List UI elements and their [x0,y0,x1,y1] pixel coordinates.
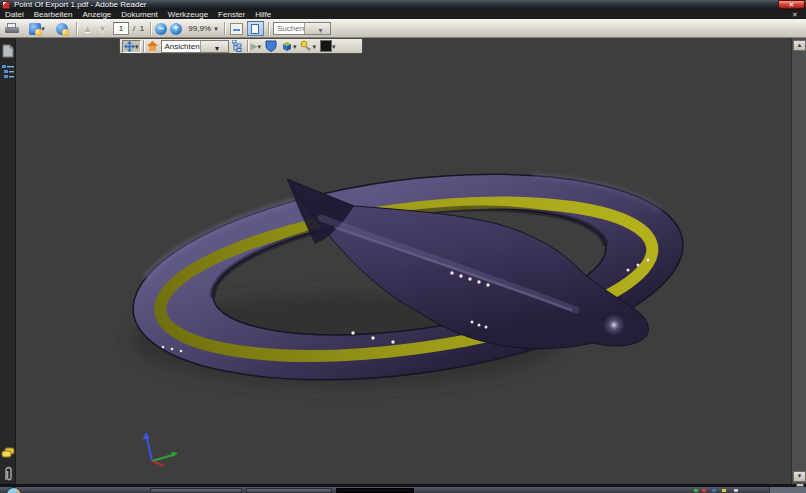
tray-icon[interactable] [722,489,726,492]
print-button[interactable] [3,21,21,36]
projection-button[interactable] [264,40,278,53]
background-color-button[interactable]: ▾ [319,40,337,53]
toolbar-separator [150,22,151,35]
page-number-input[interactable]: 1 [113,22,129,35]
render-mode-button[interactable]: ▾ [280,40,298,53]
window-close-button[interactable]: ✕ [778,0,805,9]
zoom-out-button[interactable]: − [154,21,168,36]
taskbar-clock-area[interactable] [769,487,806,493]
play-icon: ▶ [251,40,258,53]
fit-page-button[interactable] [246,21,264,36]
fit-page-icon [247,21,264,36]
next-page-button[interactable]: ▼ [95,21,110,36]
rotate-tool-button[interactable]: ▾ [122,40,141,53]
previous-page-button[interactable]: ▲ [80,21,95,36]
zoom-level-value[interactable]: 99,9% [185,21,211,36]
views-dropdown-value: Ansichten [162,42,200,51]
model-tree-button[interactable] [231,40,245,53]
menu-hilfe[interactable]: Hilfe [250,10,276,19]
toolbar-separator [143,40,144,52]
print-icon [5,23,19,34]
create-pdf-icon [29,23,41,35]
lighting-icon [300,40,312,52]
pages-panel-icon[interactable] [2,44,14,58]
tray-icon[interactable] [734,489,738,492]
toolbar-separator [268,22,269,35]
zoom-out-icon: − [155,23,167,35]
vertical-scrollbar[interactable]: ▲ ▼ [791,38,806,484]
page-next-icon: ▼ [98,24,107,34]
lighting-button[interactable]: ▾ [299,40,317,53]
fit-width-button[interactable] [228,21,245,36]
tray-icon[interactable] [694,489,698,492]
toolbar-separator [224,22,225,35]
collaborate-icon [56,23,68,35]
play-caret-icon[interactable]: ▾ [257,39,261,54]
default-view-button[interactable] [146,40,159,53]
model-tree-icon [232,40,244,52]
menu-bearbeiten[interactable]: Bearbeiten [29,10,78,19]
taskbar-button[interactable] [246,488,332,493]
main-toolbar: ▾ ▲ ▼ 1 / 1 − + 99,9% ▾ [0,19,806,38]
menu-werkzeuge[interactable]: Werkzeuge [163,10,213,19]
scroll-down-button[interactable]: ▼ [793,471,806,482]
navigation-panel [0,38,16,484]
views-dropdown[interactable]: Ansichten ▾ [161,40,229,53]
page-previous-icon: ▲ [83,24,92,34]
rotate-tool-icon [124,41,135,52]
taskbar-button[interactable] [150,488,242,493]
tray-icon[interactable] [702,489,706,492]
render-mode-icon [281,40,293,52]
search-text: Suchen [274,24,304,33]
adobe-reader-window: Point Of Export 1.pdf - Adobe Reader ✕ D… [0,0,806,493]
document-close-button[interactable]: ✕ [790,10,800,19]
scroll-up-button[interactable]: ▲ [793,40,806,51]
play-animation-button[interactable]: ▶ ▾ [250,40,262,53]
titlebar: Point Of Export 1.pdf - Adobe Reader ✕ [0,0,806,10]
toolbar-separator [247,40,248,52]
menu-fenster[interactable]: Fenster [213,10,250,19]
projection-icon [265,40,277,52]
attachments-panel-icon[interactable] [3,466,14,483]
menu-dokument[interactable]: Dokument [116,10,162,19]
taskbar [0,487,806,493]
adobe-reader-icon [2,1,10,9]
home-view-icon [147,41,158,51]
page-separator-label: / [131,21,137,36]
fit-width-icon [230,23,243,35]
model-tree-panel-icon[interactable] [2,64,14,78]
taskbar-browser-icon[interactable] [6,487,22,493]
page-total-label: 1 [138,21,146,36]
background-color-icon [320,40,332,52]
zoom-in-icon: + [170,23,182,35]
menubar: Datei Bearbeiten Anzeige Dokument Werkze… [0,10,806,19]
search-input[interactable]: Suchen ▾ [273,22,331,35]
collaborate-button[interactable] [54,21,70,36]
3d-toolbar: ▾ Ansichten ▾ ▶ ▾ [119,38,363,54]
zoom-in-button[interactable]: + [169,21,183,36]
axis-triad-icon [143,433,179,466]
search-caret-icon[interactable]: ▾ [304,23,330,34]
menu-datei[interactable]: Datei [0,10,29,19]
menu-anzeige[interactable]: Anzeige [77,10,116,19]
zoom-caret-icon[interactable]: ▾ [212,21,220,36]
lighting-caret-icon[interactable]: ▾ [312,39,316,54]
nose-highlight [603,314,625,336]
views-caret-icon[interactable]: ▾ [200,41,228,52]
toolbar-separator [76,22,77,35]
create-pdf-button[interactable]: ▾ [25,21,49,36]
window-title: Point Of Export 1.pdf - Adobe Reader [14,0,147,10]
tray-icon[interactable] [712,489,716,492]
render-mode-caret-icon[interactable]: ▾ [293,39,297,54]
background-color-caret-icon[interactable]: ▾ [332,39,336,54]
comments-panel-icon[interactable] [1,447,15,460]
3d-model-canvas[interactable] [16,38,791,484]
taskbar-button-active[interactable] [336,488,414,493]
rotate-tool-caret-icon[interactable]: ▾ [135,39,139,54]
